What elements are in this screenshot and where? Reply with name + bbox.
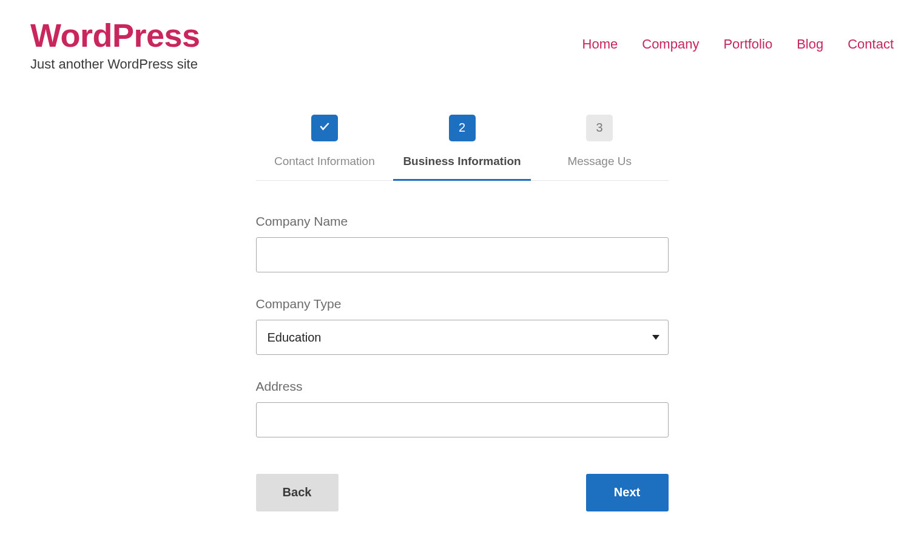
step-indicator-complete — [311, 115, 338, 141]
main-nav: Home Company Portfolio Blog Contact — [582, 18, 894, 52]
step-indicator-active: 2 — [449, 115, 476, 141]
back-button[interactable]: Back — [256, 474, 339, 511]
label-company-name: Company Name — [256, 214, 669, 229]
step-indicator-inactive: 3 — [586, 115, 613, 141]
next-button[interactable]: Next — [586, 474, 669, 511]
form-wrapper: Contact Information 2 Business Informati… — [250, 115, 675, 511]
step-contact-information[interactable]: Contact Information — [256, 115, 394, 180]
site-title[interactable]: WordPress — [30, 18, 200, 53]
button-row: Back Next — [256, 474, 669, 511]
nav-item-home[interactable]: Home — [582, 36, 618, 52]
nav-item-company[interactable]: Company — [642, 36, 699, 52]
input-address[interactable] — [256, 402, 669, 437]
select-company-type[interactable]: Education — [256, 320, 669, 355]
nav-item-portfolio[interactable]: Portfolio — [723, 36, 772, 52]
select-wrapper: Education — [256, 320, 669, 355]
label-company-type: Company Type — [256, 297, 669, 311]
check-icon — [319, 120, 331, 135]
nav-item-blog[interactable]: Blog — [797, 36, 823, 52]
site-tagline: Just another WordPress site — [30, 56, 200, 72]
step-label: Contact Information — [274, 155, 375, 168]
step-label: Business Information — [403, 155, 521, 168]
step-label: Message Us — [567, 155, 632, 168]
nav-item-contact[interactable]: Contact — [848, 36, 894, 52]
input-company-name[interactable] — [256, 237, 669, 272]
field-company-type: Company Type Education — [256, 297, 669, 355]
brand-block: WordPress Just another WordPress site — [30, 18, 200, 72]
site-header: WordPress Just another WordPress site Ho… — [0, 0, 924, 78]
step-business-information[interactable]: 2 Business Information — [393, 115, 531, 180]
field-address: Address — [256, 379, 669, 437]
steps-bar: Contact Information 2 Business Informati… — [256, 115, 669, 181]
field-company-name: Company Name — [256, 214, 669, 272]
step-message-us[interactable]: 3 Message Us — [531, 115, 669, 180]
label-address: Address — [256, 379, 669, 394]
